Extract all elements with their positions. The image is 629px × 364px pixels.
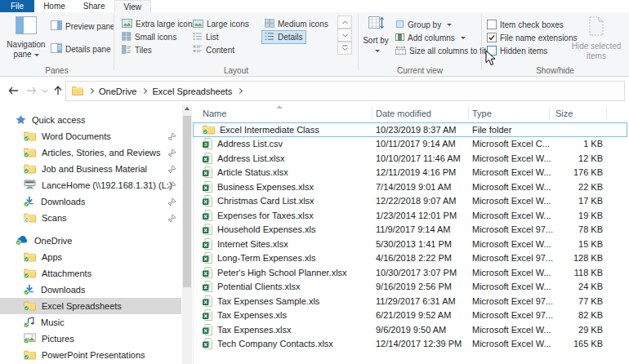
layout-option-details[interactable]: Details [261,30,306,44]
column-header-size[interactable]: Size [555,104,604,122]
sidebar-item-attachments[interactable]: Attachments [0,265,181,282]
file-row-peter-s-high-school-planner-xlsx[interactable]: Peter's High School Planner.xlsx10/30/20… [193,265,627,280]
size-all-columns-button[interactable]: Size all columns to fit [395,44,486,57]
add-columns-button[interactable]: Add columns [395,31,466,44]
layout-option-label: Details [278,33,303,42]
music-sync-icon [24,317,35,329]
sidebar-item-label: Apps [42,252,62,262]
tab-view[interactable]: View [114,0,152,12]
column-divider[interactable] [606,107,607,120]
file-row-tax-expenses-sample-xls[interactable]: Tax Expenses Sample.xls11/29/2017 6:31 A… [193,294,627,309]
file-name: Peter's High School Planner.xlsx [217,268,347,277]
file-type: Microsoft Excel 97... [472,251,553,266]
layout-option-medium-icons[interactable]: Medium icons [261,17,332,31]
up-button[interactable] [51,77,65,104]
sidebar-item-word-documents[interactable]: Word Documents [0,128,181,144]
checkbox-hidden-items[interactable]: Hidden items [487,44,547,57]
preview-pane-button[interactable]: Preview pane [51,20,115,33]
sidebar-item-downloads[interactable]: Downloads [0,282,181,298]
breadcrumb[interactable]: OneDrive Excel Spreadsheets [65,81,625,101]
breadcrumb-chevron-icon[interactable] [88,88,94,94]
unchecked-checkbox-icon[interactable] [487,46,497,55]
file-row-expenses-for-taxes-xlsx[interactable]: Expenses for Taxes.xlsx1/23/2014 12:01 P… [193,208,627,223]
sidebar-item-downloads[interactable]: Downloads [0,193,181,210]
scrollbar-thumb[interactable] [183,116,191,287]
hide-selected-items-button[interactable]: Hide selected items [570,15,622,62]
file-row-article-status-xlsx[interactable]: Article Status.xlsx12/11/2019 4:16 PMMic… [193,166,627,180]
file-type: Microsoft Excel W... [472,265,551,280]
file-type: Microsoft Excel W... [472,180,551,194]
gallery-scroll-up-button[interactable] [337,16,352,29]
layout-option-content[interactable]: Content [190,43,238,57]
file-row-excel-intermediate-class[interactable]: Excel Intermediate Class10/23/2019 8:37 … [193,122,627,137]
gallery-scroll-down-button[interactable] [337,29,352,42]
layout-option-extra-large-icons[interactable]: Extra large icons [118,17,199,31]
sidebar-item-pictures[interactable]: Pictures [0,331,181,347]
pin-icon[interactable] [167,198,176,208]
checkbox-file-name-extensions[interactable]: File name extensions [487,31,578,44]
checked-checkbox-icon[interactable] [487,33,497,42]
sidebar-item-lancehome-192-168-1-31-l[interactable]: LanceHome (\\192.168.1.31) (L:) [0,177,181,193]
pin-icon[interactable] [167,132,176,143]
tab-home[interactable]: Home [34,0,74,12]
sidebar-item-label: LanceHome (\\192.168.1.31) (L:) [42,180,172,190]
file-row-tech-company-contacts-xlsx[interactable]: Tech Company Contacts.xlsx12/14/2017 12:… [193,337,627,352]
column-header-type[interactable]: Type [472,104,547,122]
breadcrumb-chevron-icon[interactable] [237,88,243,94]
sidebar-item-job-and-business-material[interactable]: Job and Business Material [0,161,181,177]
file-row-address-list-xlsx[interactable]: Address List.xlsx10/10/2017 11:46 AMMicr… [193,151,627,166]
layout-option-large-icons[interactable]: Large icons [190,17,252,31]
file-row-tax-expenses-xlsx[interactable]: Tax Expenses.xlsx9/6/2019 9:50 AMMicroso… [193,322,627,337]
breadcrumb-item-excel-spreadsheets[interactable]: Excel Spreadsheets [152,87,232,96]
sidebar-scrollbar[interactable] [182,104,192,364]
file-row-tax-expenses-xls[interactable]: Tax Expenses.xls6/21/2019 9:52 AMMicroso… [193,309,627,323]
file-row-christmas-card-list-xlsx[interactable]: Christmas Card List.xlsx12/22/2018 9:07 … [193,194,627,209]
layout-option-list[interactable]: List [190,30,222,44]
sidebar-section-quick-access[interactable]: Quick access [0,112,181,128]
sidebar-item-label: Scans [42,213,67,223]
details-pane-button[interactable]: Details pane [51,42,111,55]
file-row-address-list-csv[interactable]: aAddress List.csv10/11/2017 9:14 AMMicro… [193,137,627,152]
scroll-up-icon[interactable] [185,107,190,110]
layout-option-tiles[interactable]: Tiles [118,43,155,57]
sidebar-section-onedrive[interactable]: OneDrive [0,233,181,249]
breadcrumb-chevron-icon[interactable] [141,88,147,94]
recent-locations-button[interactable] [39,77,51,104]
unchecked-checkbox-icon[interactable] [487,20,497,29]
file-row-household-expenses-xls[interactable]: Household Expenses.xls11/9/2017 9:14 AMM… [193,223,627,237]
navigation-pane-button[interactable]: Navigation pane [5,15,47,60]
pin-icon[interactable] [167,149,176,159]
pin-icon[interactable] [167,214,176,224]
group-by-button[interactable]: Group by [395,18,452,31]
tab-file[interactable]: File [0,0,34,12]
list-icon [193,32,203,42]
column-divider[interactable] [372,107,372,120]
gallery-more-button[interactable] [337,42,352,55]
breadcrumb-item-onedrive[interactable]: OneDrive [99,87,136,96]
tab-share[interactable]: Share [74,0,114,12]
file-row-long-term-expenses-xls[interactable]: Long-Term Expenses.xls4/16/2018 2:22 PMM… [193,251,627,266]
layout-option-small-icons[interactable]: Small icons [118,30,180,44]
forward-button[interactable] [23,77,39,104]
back-button[interactable] [5,77,21,104]
sidebar-item-label: Downloads [41,197,85,206]
sidebar-item-scans[interactable]: Scans [0,210,181,226]
pin-icon[interactable] [167,165,176,175]
sidebar-item-excel-spreadsheets[interactable]: Excel Spreadsheets [0,298,181,314]
file-row-internet-sites-xlsx[interactable]: Internet Sites.xlsx5/30/2013 1:41 PMMicr… [193,237,627,251]
sidebar-item-powerpoint-presentations[interactable]: PowerPoint Presentations [0,347,181,363]
sort-by-button[interactable]: Sort by [360,15,391,56]
chevron-down-icon [34,54,39,56]
column-header-name[interactable]: Name [203,104,371,122]
sidebar-item-articles-stories-and-reviews[interactable]: Articles, Stories, and Reviews [0,144,181,161]
checkbox-item-check-boxes[interactable]: Item check boxes [487,18,564,31]
file-date-modified: 4/16/2018 2:22 PM [376,251,452,266]
column-header-date-modified[interactable]: Date modified [376,104,467,122]
sidebar-item-apps[interactable]: Apps [0,249,181,265]
file-row-potential-clients-xlsx[interactable]: Potential Clients.xlsx9/16/2019 2:56 PMM… [193,280,627,295]
sidebar-item-music[interactable]: Music [0,314,181,331]
file-row-business-expenses-xlsx[interactable]: Business Expenses.xlsx7/14/2019 9:01 AMM… [193,180,627,194]
column-divider[interactable] [468,107,469,120]
column-divider[interactable] [549,107,550,120]
pin-icon[interactable] [167,181,176,192]
